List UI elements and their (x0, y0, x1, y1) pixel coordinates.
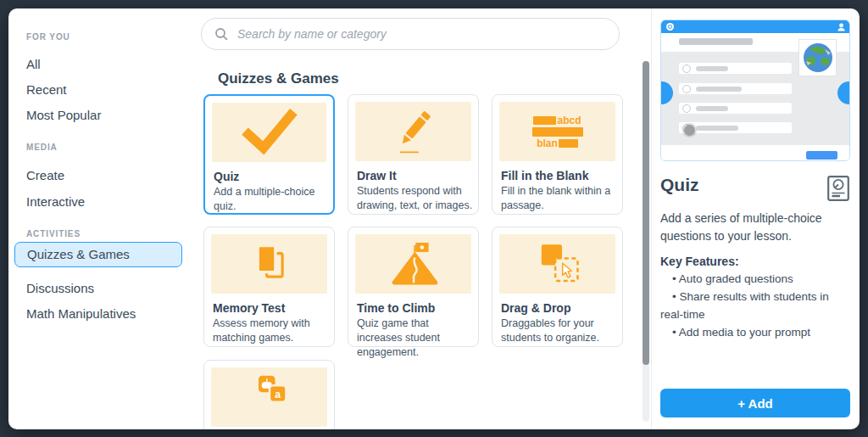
detail-description: Add a series of multiple-choice question… (660, 210, 850, 245)
feature-item: Add media to your prompt (660, 323, 850, 341)
fill-in-the-blank-icon: abcd blan (532, 116, 583, 148)
card-drag-and-drop[interactable]: Drag & Drop Draggables for your students… (492, 227, 623, 347)
preview-footer (661, 145, 849, 160)
card-title: Fill in the Blank (501, 169, 588, 182)
section-label-activities: ACTIVITIES (26, 229, 81, 238)
card-description: Draggables for your students to organize… (501, 317, 618, 345)
sidebar-item-interactive[interactable]: Interactive (26, 194, 85, 209)
card-quiz-image (212, 103, 326, 162)
add-button[interactable]: + Add (660, 389, 850, 417)
key-features-list: Auto graded questions Share results with… (660, 270, 850, 341)
preview-answer-row (679, 103, 792, 114)
card-draw-it[interactable]: Draw It Students respond with drawing, t… (348, 94, 479, 215)
card-title: Draw It (357, 169, 397, 182)
sidebar-item-quizzes-games[interactable]: Quizzes & Games (14, 242, 182, 267)
card-description: Add a multiple-choice quiz. (214, 185, 329, 214)
preview-answer-row (679, 122, 792, 133)
sidebar-item-create[interactable]: Create (26, 168, 64, 182)
card-quiz[interactable]: Quiz Add a multiple-choice quiz. (203, 94, 335, 215)
card-memory-test-image (211, 234, 327, 294)
section-label-media: MEDIA (26, 143, 58, 152)
card-title: Time to Climb (357, 301, 435, 315)
card-matching-pairs-partial[interactable]: a (203, 360, 335, 429)
drag-drop-icon (531, 240, 585, 288)
key-features-heading: Key Features: (660, 255, 739, 268)
preview-answer-row (679, 63, 792, 74)
card-title: Memory Test (213, 301, 285, 315)
scrollbar-track[interactable] (643, 61, 649, 422)
screen: FOR YOU All Recent Most Popular MEDIA Cr… (0, 0, 868, 437)
card-description: Quiz game that increases student engagem… (357, 317, 474, 360)
page-title: Quizzes & Games (218, 70, 339, 87)
add-activity-dialog: FOR YOU All Recent Most Popular MEDIA Cr… (8, 8, 860, 429)
card-matching-pairs-image: a (211, 367, 327, 427)
preview-globe-image (798, 39, 837, 76)
svg-text:a: a (275, 389, 281, 401)
search-bar (201, 18, 620, 50)
matching-pairs-icon: a (242, 371, 298, 423)
detail-panel: ‹ › Quiz Add a series of multiple-choice… (660, 8, 850, 429)
card-drag-and-drop-image (499, 234, 615, 294)
card-memory-test[interactable]: Memory Test Assess memory with matching … (203, 227, 335, 347)
category-sidebar: FOR YOU All Recent Most Popular MEDIA Cr… (8, 8, 193, 429)
card-title: Drag & Drop (501, 301, 570, 315)
sidebar-item-all[interactable]: All (26, 57, 41, 71)
panel-divider (651, 8, 652, 429)
card-time-to-climb[interactable]: Time to Climb Quiz game that increases s… (348, 227, 479, 347)
feature-item: Share results with students in real-time (660, 288, 850, 323)
memory-cards-icon (243, 240, 296, 288)
preview-question-placeholder (679, 38, 753, 45)
detail-title: Quiz (660, 175, 699, 195)
mountain-flag-icon (386, 239, 442, 289)
card-draw-it-image (355, 102, 471, 161)
sidebar-item-most-popular[interactable]: Most Popular (26, 108, 101, 122)
card-fill-in-the-blank[interactable]: abcd blan Fill in the Blank Fill in the … (492, 94, 623, 215)
quiz-report-icon (827, 176, 849, 201)
search-icon (214, 27, 228, 41)
user-icon (837, 23, 845, 31)
sidebar-item-math-manipulatives[interactable]: Math Manipulatives (26, 306, 136, 321)
pencil-icon (386, 106, 442, 157)
checkmark-icon (239, 109, 300, 156)
preview-header-bar (661, 20, 849, 33)
quiz-preview: ‹ › (660, 20, 850, 161)
card-title: Quiz (214, 170, 239, 183)
card-description: Students respond with drawing, text, or … (357, 184, 474, 213)
brand-logo-icon (666, 23, 674, 31)
scrollbar-thumb[interactable] (643, 61, 649, 365)
search-input[interactable] (236, 26, 607, 42)
card-time-to-climb-image (355, 234, 471, 294)
card-description: Assess memory with matching games. (213, 317, 330, 345)
card-fill-in-the-blank-image: abcd blan (499, 102, 615, 161)
section-label-for-you: FOR YOU (26, 32, 70, 42)
sidebar-item-recent[interactable]: Recent (26, 82, 67, 97)
card-description: Fill in the blank within a passage. (501, 184, 618, 213)
preview-cursor-dot (684, 125, 695, 136)
preview-answer-row (679, 83, 792, 94)
sidebar-item-discussions[interactable]: Discussions (26, 281, 94, 295)
preview-submit-placeholder (806, 151, 837, 160)
feature-item: Auto graded questions (660, 270, 850, 288)
